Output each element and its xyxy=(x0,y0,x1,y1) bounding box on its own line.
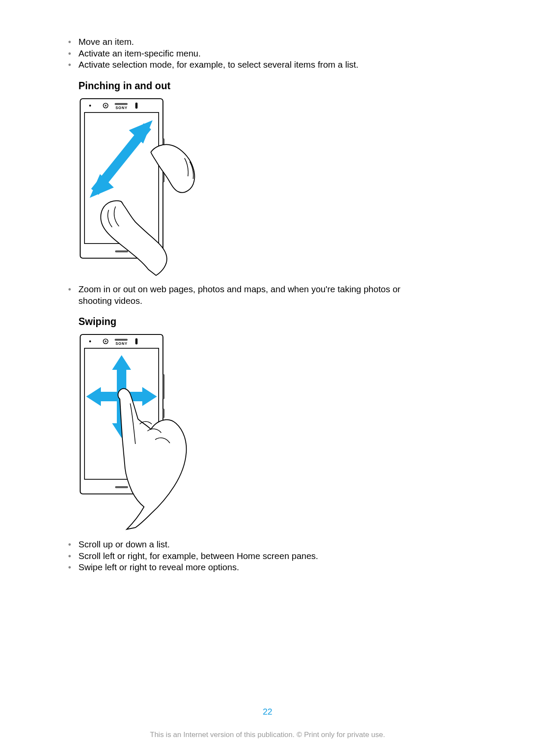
svg-rect-5 xyxy=(115,103,128,105)
list-item: Activate selection mode, for example, to… xyxy=(66,59,468,71)
svg-point-2 xyxy=(89,105,91,106)
svg-rect-8 xyxy=(163,173,165,182)
list-item: Swipe left or right to reveal more optio… xyxy=(66,562,468,573)
heading-swiping: Swiping xyxy=(78,316,468,328)
svg-rect-18 xyxy=(115,339,128,341)
bullet-list-pinch: Zoom in or out on web pages, photos and … xyxy=(66,284,468,306)
svg-rect-23 xyxy=(115,486,128,488)
svg-point-15 xyxy=(89,341,91,342)
pinch-illustration-svg: SONY xyxy=(78,97,285,276)
list-item: Scroll left or right, for example, betwe… xyxy=(66,550,468,562)
list-item: Move an item. xyxy=(66,36,468,48)
svg-point-4 xyxy=(105,105,106,106)
list-item: Zoom in or out on web pages, photos and … xyxy=(66,284,415,306)
bullet-list-swipe: Scroll up or down a list. Scroll left or… xyxy=(66,539,468,573)
page-number: 22 xyxy=(0,707,535,717)
page-content: Move an item. Activate an item-specific … xyxy=(66,36,468,581)
phone-brand-label: SONY xyxy=(116,106,128,110)
illustration-pinching: SONY xyxy=(78,97,468,278)
swipe-illustration-svg: SONY xyxy=(78,333,285,531)
svg-rect-6 xyxy=(135,103,138,109)
svg-rect-9 xyxy=(115,250,128,253)
svg-point-17 xyxy=(105,341,106,342)
illustration-swiping: SONY xyxy=(78,333,468,533)
list-item: Scroll up or down a list. xyxy=(66,539,468,550)
phone-brand-label: SONY xyxy=(116,341,128,346)
heading-pinching: Pinching in and out xyxy=(78,80,468,92)
svg-rect-20 xyxy=(163,374,165,399)
document-page: Move an item. Activate an item-specific … xyxy=(0,0,535,756)
list-item: Activate an item-specific menu. xyxy=(66,48,468,59)
svg-rect-19 xyxy=(135,338,138,344)
footer-note: This is an Internet version of this publ… xyxy=(0,731,535,739)
svg-rect-21 xyxy=(163,409,165,418)
bullet-list-top: Move an item. Activate an item-specific … xyxy=(66,36,468,71)
